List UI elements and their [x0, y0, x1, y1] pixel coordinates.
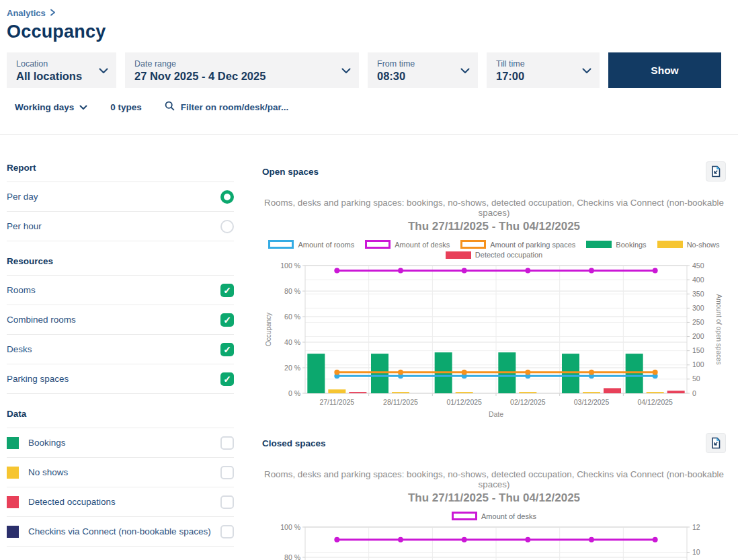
- legend-marker: [452, 512, 477, 520]
- svg-text:04/12/2025: 04/12/2025: [637, 398, 673, 406]
- sidebar-item-label: Per day: [7, 192, 220, 202]
- resource-filter-search[interactable]: [165, 101, 315, 113]
- svg-text:400: 400: [692, 276, 704, 284]
- filter-row: Location All locations Date range 27 Nov…: [7, 52, 721, 88]
- radio-unselected[interactable]: [220, 220, 234, 233]
- sidebar-item-parking-spaces[interactable]: Parking spaces✓: [7, 364, 234, 394]
- svg-text:10: 10: [692, 548, 700, 556]
- sidebar-item-desks[interactable]: Desks✓: [7, 335, 234, 364]
- chevron-down-icon: [460, 65, 470, 77]
- chevron-down-icon: [341, 65, 351, 77]
- sidebar-item-per-day[interactable]: Per day: [7, 182, 234, 212]
- legend-item-amount-of-desks[interactable]: Amount of desks: [365, 240, 450, 249]
- chevron-down-icon: [582, 65, 591, 77]
- breadcrumb[interactable]: Analytics: [7, 8, 56, 18]
- svg-text:250: 250: [692, 318, 704, 326]
- legend-label: Amount of desks: [395, 241, 450, 249]
- from-time-select[interactable]: From time 08:30: [368, 52, 478, 88]
- closed-chart-subtitle: Thu 27/11/2025 - Thu 04/12/2025: [262, 491, 726, 505]
- checkbox-unchecked[interactable]: [220, 495, 234, 509]
- svg-text:28/11/2025: 28/11/2025: [383, 398, 418, 406]
- page-title: Occupancy: [7, 22, 106, 42]
- open-chart-title: Rooms, desks and parking spaces: booking…: [262, 198, 726, 218]
- sidebar-item-checkins-via-connect-non-bookable-spaces[interactable]: Checkins via Connect (non-bookable space…: [7, 517, 234, 547]
- sidebar-item-label: Rooms: [7, 285, 220, 295]
- legend-label: Bookings: [616, 241, 646, 249]
- sidebar-heading-report: Report: [7, 153, 234, 182]
- svg-text:40 %: 40 %: [284, 338, 300, 346]
- svg-text:01/12/2025: 01/12/2025: [446, 398, 482, 406]
- svg-text:150: 150: [692, 346, 704, 354]
- export-open-spaces-button[interactable]: [706, 161, 726, 182]
- sidebar-item-detected-occupations[interactable]: Detected occupations: [7, 487, 234, 517]
- series-color-swatch: [7, 467, 19, 479]
- open-spaces-title: Open spaces: [262, 167, 319, 177]
- date-range-select[interactable]: Date range 27 Nov 2025 - 4 Dec 2025: [125, 52, 359, 88]
- series-color-swatch: [7, 496, 19, 508]
- types-count[interactable]: 0 types: [110, 102, 142, 112]
- from-time-label: From time: [377, 59, 415, 69]
- legend-label: Amount of desks: [481, 512, 536, 520]
- search-input[interactable]: [181, 102, 315, 112]
- export-file-icon: [710, 437, 721, 449]
- sidebar-item-label: Desks: [7, 344, 220, 354]
- sidebar-item-rooms[interactable]: Rooms✓: [7, 276, 234, 305]
- legend-label: No-shows: [687, 241, 720, 249]
- working-days-label: Working days: [15, 102, 74, 112]
- svg-text:Occupancy: Occupancy: [265, 313, 272, 346]
- legend-marker: [268, 240, 294, 249]
- checkbox-unchecked[interactable]: [220, 525, 234, 538]
- checkbox-checked[interactable]: ✓: [220, 313, 234, 327]
- sidebar-heading-data: Data: [7, 399, 234, 428]
- export-closed-spaces-button[interactable]: [706, 433, 726, 453]
- closed-chart-legend: Amount of desks: [262, 512, 726, 520]
- sidebar-item-combined-rooms[interactable]: Combined rooms✓: [7, 305, 234, 335]
- location-select[interactable]: Location All locations: [7, 52, 116, 88]
- legend-marker: [586, 241, 612, 248]
- till-time-select[interactable]: Till time 17:00: [487, 52, 600, 88]
- sidebar-item-label: Checkins via Connect (non-bookable space…: [28, 526, 220, 536]
- sidebar-item-per-hour[interactable]: Per hour: [7, 212, 234, 241]
- checkbox-checked[interactable]: ✓: [220, 343, 234, 356]
- checkbox-checked[interactable]: ✓: [220, 372, 234, 386]
- legend-item-no-shows[interactable]: No-shows: [657, 240, 720, 249]
- svg-text:80 %: 80 %: [284, 553, 300, 560]
- legend-marker: [446, 251, 471, 259]
- checkbox-unchecked[interactable]: [220, 436, 234, 450]
- working-days-dropdown[interactable]: Working days: [15, 102, 87, 112]
- show-button[interactable]: Show: [608, 52, 721, 88]
- export-file-icon: [710, 165, 721, 177]
- svg-text:300: 300: [692, 304, 704, 312]
- sidebar-item-bookings[interactable]: Bookings: [7, 428, 234, 458]
- legend-item-amount-of-desks[interactable]: Amount of desks: [452, 512, 536, 520]
- svg-text:Amount of open spaces: Amount of open spaces: [715, 294, 723, 364]
- legend-item-detected-occupation[interactable]: Detected occupation: [446, 251, 542, 259]
- legend-item-bookings[interactable]: Bookings: [586, 240, 646, 249]
- svg-text:100 %: 100 %: [280, 262, 300, 270]
- legend-item-amount-of-rooms[interactable]: Amount of rooms: [268, 240, 354, 249]
- legend-item-amount-of-parking-spaces[interactable]: Amount of parking spaces: [460, 240, 575, 249]
- sidebar-item-label: Combined rooms: [7, 315, 220, 325]
- legend-marker: [657, 241, 683, 248]
- sidebar-heading-resources: Resources: [7, 247, 234, 276]
- open-chart-legend: Amount of roomsAmount of desksAmount of …: [262, 240, 726, 259]
- search-icon: [165, 101, 175, 113]
- svg-text:350: 350: [692, 290, 704, 298]
- checkbox-checked[interactable]: ✓: [220, 284, 234, 297]
- divider: [0, 134, 738, 135]
- sidebar-item-label: Detected occupations: [28, 497, 220, 507]
- svg-text:Date: Date: [489, 410, 503, 418]
- chevron-right-icon: [50, 8, 56, 18]
- svg-text:100 %: 100 %: [280, 523, 300, 531]
- sidebar: ReportPer dayPer hourResourcesRooms✓Comb…: [7, 153, 234, 547]
- legend-label: Amount of parking spaces: [490, 241, 575, 249]
- series-color-swatch: [7, 437, 19, 449]
- legend-label: Amount of rooms: [298, 241, 354, 249]
- svg-text:27/11/2025: 27/11/2025: [319, 398, 354, 406]
- sidebar-item-no-shows[interactable]: No shows: [7, 458, 234, 487]
- checkbox-unchecked[interactable]: [220, 466, 234, 479]
- filter-row-secondary: Working days 0 types: [15, 101, 315, 113]
- sidebar-item-label: No shows: [28, 467, 220, 477]
- breadcrumb-analytics[interactable]: Analytics: [7, 8, 46, 18]
- radio-selected[interactable]: [220, 190, 234, 204]
